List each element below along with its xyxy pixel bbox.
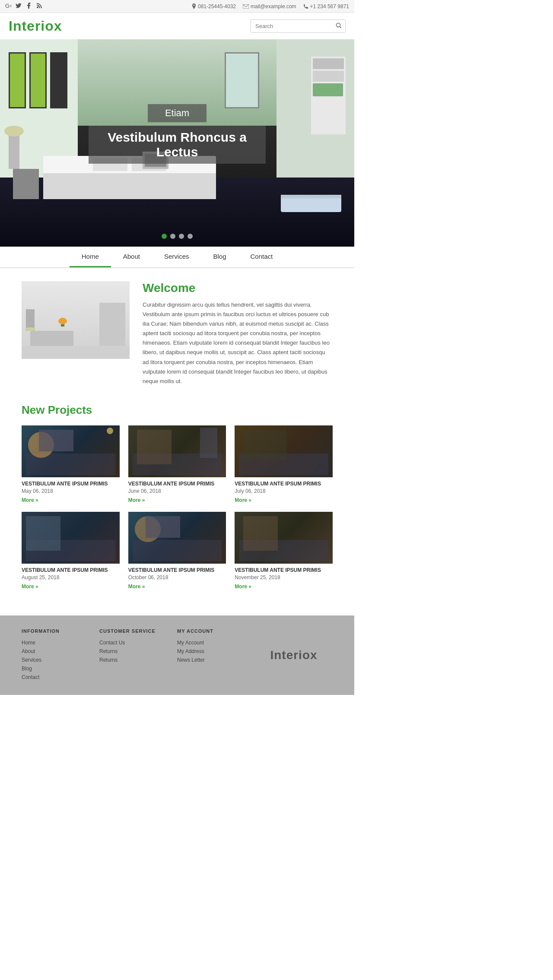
windows-left xyxy=(9,52,67,108)
nav-link-home[interactable]: Home xyxy=(70,247,111,267)
project-more-3[interactable]: More » xyxy=(235,497,251,503)
nav-item-services[interactable]: Services xyxy=(152,247,201,267)
footer-heading-customer: CUSTOMER SERVICE xyxy=(99,628,177,634)
footer-brand: Interiox xyxy=(255,628,333,682)
project-card-6: VESTIBULUM ANTE IPSUM PRIMIS November 25… xyxy=(235,512,333,590)
hero-overlay: Etiam Vestibulum Rhoncus a Lectus xyxy=(89,104,266,164)
project-title-6: VESTIBULUM ANTE IPSUM PRIMIS xyxy=(235,567,333,573)
project-title-3: VESTIBULUM ANTE IPSUM PRIMIS xyxy=(235,481,333,487)
welcome-section: Welcome Curabitur dignissim arcu quis te… xyxy=(22,281,333,386)
phone-icon xyxy=(303,4,308,9)
header: Interiox xyxy=(0,13,354,39)
footer-link-newsletter[interactable]: News Letter xyxy=(177,656,255,663)
slider-dot-3[interactable] xyxy=(179,234,184,239)
logo[interactable]: Interiox xyxy=(9,18,62,34)
footer-links-information: Home About Services Blog Contact xyxy=(22,639,99,680)
footer-col-information: INFORMATION Home About Services Blog Con… xyxy=(22,628,99,682)
svg-point-1 xyxy=(37,6,38,8)
project-card-2: VESTIBULUM ANTE IPSUM PRIMIS June 06, 20… xyxy=(128,425,226,503)
project-card-4: VESTIBULUM ANTE IPSUM PRIMIS August 25, … xyxy=(22,512,120,590)
google-plus-icon[interactable]: G+ xyxy=(5,3,11,10)
footer-col-customer: CUSTOMER SERVICE Contact Us Returns Retu… xyxy=(99,628,177,682)
social-links: G+ xyxy=(5,3,42,10)
slider-dots xyxy=(162,234,193,239)
search-bar xyxy=(251,19,346,33)
main-content: Welcome Curabitur dignissim arcu quis te… xyxy=(0,268,354,615)
nav-link-about[interactable]: About xyxy=(111,247,152,267)
floor-lamp xyxy=(9,134,19,169)
project-card-3: VESTIBULUM ANTE IPSUM PRIMIS July 06, 20… xyxy=(235,425,333,503)
hero-slider: Etiam Vestibulum Rhoncus a Lectus xyxy=(0,39,354,247)
project-date-2: June 06, 2018 xyxy=(128,488,226,494)
search-icon xyxy=(336,22,342,29)
footer-link-returns-1[interactable]: Returns xyxy=(99,647,177,654)
svg-line-4 xyxy=(340,27,342,29)
project-more-1[interactable]: More » xyxy=(22,497,38,503)
search-button[interactable] xyxy=(332,20,345,32)
project-image-1 xyxy=(22,425,120,477)
project-title-1: VESTIBULUM ANTE IPSUM PRIMIS xyxy=(22,481,120,487)
footer-link-my-account[interactable]: My Account xyxy=(177,639,255,646)
slider-dot-1[interactable] xyxy=(162,234,167,239)
hero-title: Vestibulum Rhoncus a Lectus xyxy=(89,126,266,164)
nav-link-services[interactable]: Services xyxy=(152,247,201,267)
welcome-heading: Welcome xyxy=(143,281,333,295)
top-bar: G+ 081-25445-4032 mail@example. xyxy=(0,0,354,13)
svg-text:G+: G+ xyxy=(5,3,11,9)
footer-heading-account: MY ACCOUNT xyxy=(177,628,255,634)
project-title-5: VESTIBULUM ANTE IPSUM PRIMIS xyxy=(128,567,226,573)
facebook-icon[interactable] xyxy=(26,3,32,10)
project-title-4: VESTIBULUM ANTE IPSUM PRIMIS xyxy=(22,567,120,573)
project-image-6 xyxy=(235,512,333,564)
welcome-image xyxy=(22,281,130,359)
nav-link-blog[interactable]: Blog xyxy=(201,247,238,267)
nav-item-contact[interactable]: Contact xyxy=(238,247,285,267)
footer-link-services[interactable]: Services xyxy=(22,656,99,663)
project-more-4[interactable]: More » xyxy=(22,584,38,590)
footer-link-my-address[interactable]: My Address xyxy=(177,647,255,654)
footer-link-returns-2[interactable]: Returns xyxy=(99,656,177,663)
welcome-text: Welcome Curabitur dignissim arcu quis te… xyxy=(143,281,333,386)
project-date-1: May 06, 2018 xyxy=(22,488,120,494)
project-image-2 xyxy=(128,425,226,477)
project-card-1: VESTIBULUM ANTE IPSUM PRIMIS May 06, 201… xyxy=(22,425,120,503)
footer-link-contact-us[interactable]: Contact Us xyxy=(99,639,177,646)
nav-item-about[interactable]: About xyxy=(111,247,152,267)
search-input[interactable] xyxy=(251,20,332,32)
nav-link-contact[interactable]: Contact xyxy=(238,247,285,267)
svg-point-3 xyxy=(337,23,340,27)
window-center xyxy=(225,52,259,108)
project-title-2: VESTIBULUM ANTE IPSUM PRIMIS xyxy=(128,481,226,487)
footer-links-customer: Contact Us Returns Returns xyxy=(99,639,177,663)
phone-info: +1 234 567 9871 xyxy=(303,3,349,10)
nightstand xyxy=(13,169,39,199)
project-more-5[interactable]: More » xyxy=(128,584,145,590)
bench xyxy=(281,195,341,212)
footer-link-contact[interactable]: Contact xyxy=(22,673,99,680)
project-more-6[interactable]: More » xyxy=(235,584,251,590)
nav-item-home[interactable]: Home xyxy=(70,247,111,267)
footer-links-account: My Account My Address News Letter xyxy=(177,639,255,663)
email-icon xyxy=(243,4,249,9)
footer-link-blog[interactable]: Blog xyxy=(22,665,99,672)
project-date-6: November 25, 2018 xyxy=(235,574,333,580)
contact-info: 081-25445-4032 mail@example.com +1 234 5… xyxy=(192,3,349,10)
nav-item-blog[interactable]: Blog xyxy=(201,247,238,267)
twitter-icon[interactable] xyxy=(16,3,22,10)
project-date-3: July 06, 2018 xyxy=(235,488,333,494)
projects-grid: VESTIBULUM ANTE IPSUM PRIMIS May 06, 201… xyxy=(22,425,333,590)
footer-link-home[interactable]: Home xyxy=(22,639,99,646)
rss-icon[interactable] xyxy=(36,3,42,10)
project-card-5: VESTIBULUM ANTE IPSUM PRIMIS October 06,… xyxy=(128,512,226,590)
shelf xyxy=(311,57,346,134)
footer: INFORMATION Home About Services Blog Con… xyxy=(0,615,354,695)
footer-logo: Interiox xyxy=(270,648,317,662)
email-info: mail@example.com xyxy=(243,3,296,10)
project-image-4 xyxy=(22,512,120,564)
project-more-2[interactable]: More » xyxy=(128,497,145,503)
slider-dot-4[interactable] xyxy=(188,234,193,239)
project-image-5 xyxy=(128,512,226,564)
footer-link-about[interactable]: About xyxy=(22,647,99,654)
slider-dot-2[interactable] xyxy=(170,234,175,239)
footer-heading-information: INFORMATION xyxy=(22,628,99,634)
